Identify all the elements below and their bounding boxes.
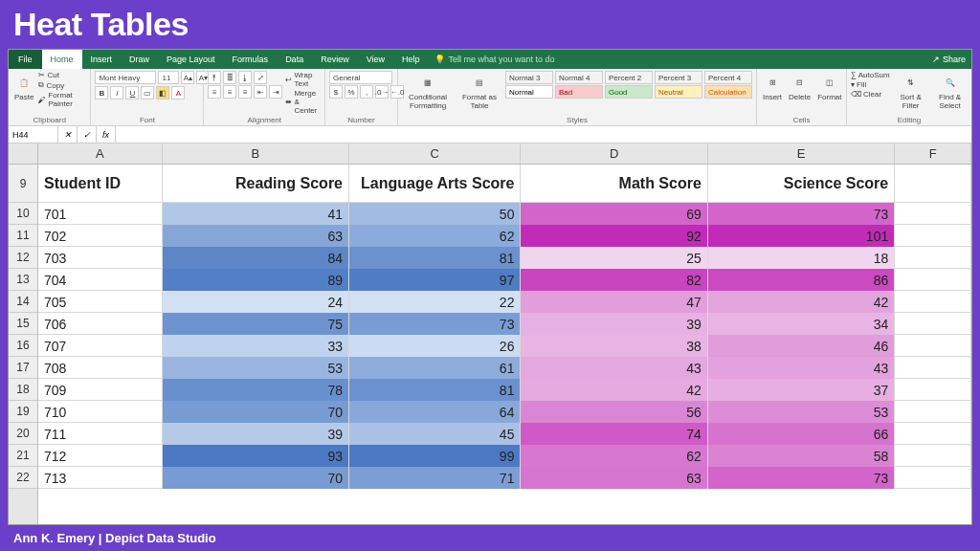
column-header-E[interactable]: E bbox=[708, 143, 895, 164]
row-header-17[interactable]: 17 bbox=[9, 357, 37, 379]
cut-button[interactable]: ✂Cut bbox=[38, 71, 86, 79]
cell[interactable]: 70 bbox=[163, 467, 349, 489]
cell[interactable]: 89 bbox=[163, 269, 349, 291]
cell[interactable]: 62 bbox=[521, 445, 707, 467]
cell-style-option[interactable]: Calculation bbox=[704, 85, 752, 99]
cell[interactable]: Reading Score bbox=[163, 165, 349, 203]
cell[interactable]: 75 bbox=[163, 313, 349, 335]
cell[interactable]: 56 bbox=[521, 401, 707, 423]
cell[interactable]: 73 bbox=[708, 467, 895, 489]
cell[interactable]: 73 bbox=[349, 313, 521, 335]
format-as-table-button[interactable]: ▤ Format as Table bbox=[457, 71, 502, 112]
cell[interactable] bbox=[895, 291, 971, 313]
cell[interactable]: 39 bbox=[521, 313, 707, 335]
merge-center-button[interactable]: ⬌Merge & Center bbox=[285, 89, 321, 115]
row-header-14[interactable]: 14 bbox=[9, 291, 37, 313]
cell-style-option[interactable]: Percent 2 bbox=[605, 71, 653, 84]
cell[interactable]: 713 bbox=[38, 467, 163, 489]
ribbon-tab-formulas[interactable]: Formulas bbox=[224, 50, 278, 69]
cell[interactable]: 74 bbox=[521, 423, 707, 445]
sort-filter-button[interactable]: ⇅Sort & Filter bbox=[893, 71, 929, 112]
row-header-21[interactable]: 21 bbox=[9, 445, 37, 467]
align-top-button[interactable]: ⭱ bbox=[208, 71, 221, 84]
cell[interactable]: 712 bbox=[38, 445, 163, 467]
cell[interactable]: 69 bbox=[521, 203, 707, 225]
cell[interactable] bbox=[895, 247, 971, 269]
cell[interactable]: 43 bbox=[521, 357, 707, 379]
cell[interactable]: 46 bbox=[708, 335, 895, 357]
cell-style-option[interactable]: Bad bbox=[555, 85, 603, 99]
cell[interactable]: 86 bbox=[708, 269, 895, 291]
cell[interactable] bbox=[895, 379, 971, 401]
row-header-15[interactable]: 15 bbox=[9, 313, 37, 335]
row-header-19[interactable]: 19 bbox=[9, 401, 37, 423]
font-color-button[interactable]: A bbox=[171, 86, 185, 99]
column-header-F[interactable]: F bbox=[895, 143, 971, 164]
cell[interactable]: 706 bbox=[38, 313, 163, 335]
fill-button[interactable]: ▾Fill bbox=[851, 80, 890, 89]
grow-font-button[interactable]: A▴ bbox=[181, 71, 194, 84]
cell[interactable]: 18 bbox=[708, 247, 895, 269]
align-bottom-button[interactable]: ⭳ bbox=[238, 71, 252, 84]
cell-style-option[interactable]: Normal 3 bbox=[505, 71, 553, 84]
ribbon-tab-help[interactable]: Help bbox=[393, 50, 429, 69]
comma-button[interactable]: , bbox=[360, 85, 373, 99]
formula-input[interactable] bbox=[116, 126, 971, 143]
paste-button[interactable]: 📋 Paste bbox=[12, 71, 35, 103]
cell[interactable]: 39 bbox=[163, 423, 349, 445]
underline-button[interactable]: U bbox=[125, 86, 139, 99]
cell[interactable]: 47 bbox=[521, 291, 707, 313]
cell[interactable] bbox=[895, 203, 971, 225]
cell[interactable]: Student ID bbox=[38, 165, 163, 203]
align-right-button[interactable]: ≡ bbox=[238, 85, 252, 99]
cell[interactable]: 41 bbox=[163, 203, 349, 225]
cell[interactable]: 70 bbox=[163, 401, 349, 423]
italic-button[interactable]: I bbox=[110, 86, 123, 99]
font-name-select[interactable]: Mont Heavy bbox=[95, 71, 156, 84]
select-all-corner[interactable] bbox=[9, 143, 37, 165]
cell[interactable]: 43 bbox=[708, 357, 895, 379]
share-button[interactable]: ↗ Share bbox=[932, 50, 966, 69]
cell[interactable]: 702 bbox=[38, 225, 163, 247]
accept-formula-button[interactable]: ✓ bbox=[78, 126, 97, 143]
cell[interactable]: 701 bbox=[38, 203, 163, 225]
cell[interactable] bbox=[895, 445, 971, 467]
cell[interactable]: 63 bbox=[163, 225, 349, 247]
copy-button[interactable]: ⧉Copy bbox=[38, 80, 86, 90]
cell[interactable] bbox=[895, 335, 971, 357]
cell[interactable]: 97 bbox=[349, 269, 521, 291]
cell[interactable]: 25 bbox=[521, 247, 707, 269]
row-header-20[interactable]: 20 bbox=[9, 423, 37, 445]
cell[interactable]: 84 bbox=[163, 247, 349, 269]
column-header-C[interactable]: C bbox=[349, 143, 521, 164]
cell[interactable]: 78 bbox=[163, 379, 349, 401]
cell[interactable]: 45 bbox=[349, 423, 521, 445]
cell[interactable] bbox=[895, 467, 971, 489]
cell[interactable]: 705 bbox=[38, 291, 163, 313]
cell[interactable]: Language Arts Score bbox=[349, 165, 521, 203]
cell[interactable]: 63 bbox=[521, 467, 707, 489]
cell[interactable]: 42 bbox=[521, 379, 707, 401]
cell[interactable] bbox=[895, 165, 971, 203]
cell[interactable]: 82 bbox=[521, 269, 707, 291]
find-select-button[interactable]: 🔍Find & Select bbox=[932, 71, 969, 112]
cell[interactable]: 53 bbox=[163, 357, 349, 379]
cell[interactable]: 704 bbox=[38, 269, 163, 291]
border-button[interactable]: ▭ bbox=[141, 86, 154, 99]
cell[interactable] bbox=[895, 313, 971, 335]
font-size-select[interactable]: 11 bbox=[158, 71, 179, 84]
indent-dec-button[interactable]: ⇤ bbox=[254, 85, 267, 99]
cell-style-option[interactable]: Good bbox=[605, 85, 653, 99]
cell[interactable]: 99 bbox=[349, 445, 521, 467]
cell[interactable]: 62 bbox=[349, 225, 521, 247]
row-header-13[interactable]: 13 bbox=[9, 269, 37, 291]
ribbon-tab-page-layout[interactable]: Page Layout bbox=[158, 50, 224, 69]
cell[interactable]: 37 bbox=[708, 379, 895, 401]
row-header-18[interactable]: 18 bbox=[9, 379, 37, 401]
cell-style-option[interactable]: Percent 3 bbox=[655, 71, 702, 84]
cell[interactable] bbox=[895, 225, 971, 247]
align-center-button[interactable]: ≡ bbox=[223, 85, 236, 99]
cell[interactable]: 26 bbox=[349, 335, 521, 357]
cell[interactable] bbox=[895, 423, 971, 445]
cell[interactable]: 53 bbox=[708, 401, 895, 423]
